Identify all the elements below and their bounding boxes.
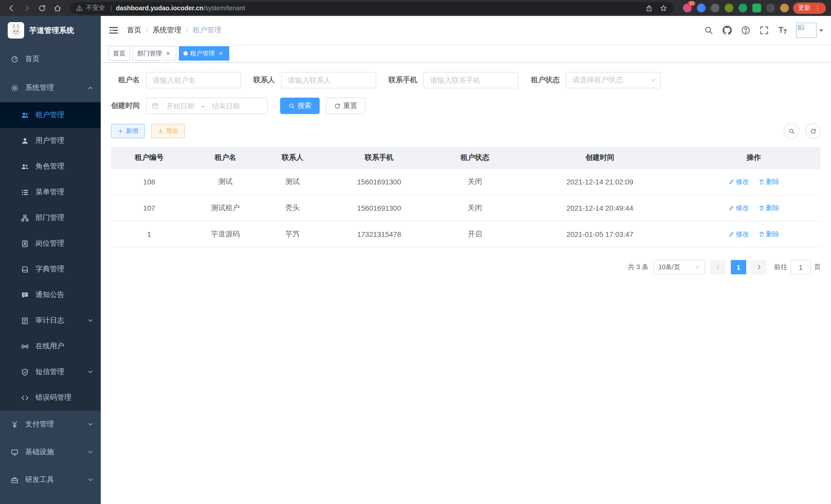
filter-create-time: 创建时间 - (111, 98, 268, 114)
extension-icon-2[interactable] (697, 4, 706, 12)
sidebar-item-tenant[interactable]: 租户管理 (0, 102, 101, 128)
delete-button[interactable]: 删除 (758, 177, 779, 186)
system-submenu: 租户管理 用户管理 角色管理 菜单管理 部门管理 (0, 102, 101, 411)
sidebar-collapse-icon[interactable] (109, 25, 119, 35)
edit-button[interactable]: 修改 (728, 230, 749, 239)
table-search-toggle-button[interactable] (784, 123, 799, 139)
browser-menu-icon[interactable] (814, 4, 821, 11)
sidebar-logo-row[interactable]: 芋道管理系统 (0, 16, 101, 45)
tenant-name-input[interactable] (146, 72, 241, 88)
question-icon[interactable] (737, 26, 755, 35)
user-icon (21, 137, 29, 145)
extension-icon-3[interactable] (711, 4, 719, 12)
search-button[interactable]: 搜索 (280, 98, 320, 114)
extension-icon-4[interactable] (725, 4, 733, 12)
add-button[interactable]: 新增 (111, 124, 145, 138)
sidebar-item-notice[interactable]: 通知公告 (0, 282, 101, 308)
sidebar-item-payment[interactable]: 支付管理 (0, 411, 101, 438)
url-path: /system/tenant (203, 4, 245, 11)
close-icon[interactable] (165, 50, 172, 57)
sidebar-item-system[interactable]: 系统管理 (0, 73, 101, 102)
edit-button[interactable]: 修改 (728, 177, 749, 186)
goto-page-input[interactable] (791, 260, 811, 274)
status-select[interactable]: 请选择租户状态 (566, 72, 661, 88)
reset-button[interactable]: 重置 (326, 98, 365, 114)
bookmark-star-icon[interactable] (656, 1, 671, 14)
sidebar: 芋道管理系统 首页 系统管理 租户管理 用户管理 (0, 16, 101, 504)
contact-mobile-input[interactable] (424, 72, 519, 88)
app-logo (8, 22, 24, 38)
sidebar-item-dict[interactable]: 字典管理 (0, 256, 101, 282)
user-avatar-menu[interactable] (796, 23, 823, 38)
next-page-button[interactable] (751, 260, 767, 274)
breadcrumb: 首页 / 系统管理 / 租户管理 (127, 26, 222, 35)
sidebar-item-dept[interactable]: 部门管理 (0, 205, 101, 231)
browser-forward-button[interactable] (20, 1, 34, 14)
status-text: 关闭 (437, 169, 513, 195)
extension-icon-7[interactable] (766, 4, 775, 12)
export-button[interactable]: 导出 (151, 124, 185, 138)
sidebar-item-devtools[interactable]: 研发工具 (0, 466, 101, 494)
end-date-input[interactable] (206, 102, 246, 110)
browser-home-button[interactable] (50, 1, 65, 14)
table-refresh-button[interactable] (805, 123, 821, 139)
tab-dept[interactable]: 部门管理 (133, 46, 176, 61)
extension-icon-6[interactable] (752, 4, 761, 12)
chevron-up-icon (87, 85, 93, 91)
search-icon[interactable] (699, 26, 718, 35)
url-host: dashboard.yudao.iocoder.cn (116, 4, 203, 11)
col-tenant-id: 租户编号 (111, 147, 187, 169)
page-url: dashboard.yudao.iocoder.cn/system/tenant (116, 4, 245, 11)
sidebar-item-sms[interactable]: 短信管理 (0, 359, 101, 385)
browser-reload-button[interactable] (35, 1, 49, 14)
sidebar-item-online-user[interactable]: 在线用户 (0, 333, 101, 359)
chevron-down-icon (87, 421, 93, 427)
sidebar-item-menu[interactable]: 菜单管理 (0, 179, 101, 205)
start-date-input[interactable] (161, 102, 200, 110)
share-icon[interactable] (642, 1, 656, 14)
filter-row-2: 创建时间 - 搜索 重置 (111, 98, 821, 114)
tab-home[interactable]: 首页 (109, 46, 130, 61)
page-size-select[interactable]: 10条/页 (654, 260, 705, 274)
delete-button[interactable]: 删除 (758, 203, 779, 213)
post-badge-icon (21, 239, 29, 248)
breadcrumb-system[interactable]: 系统管理 (153, 26, 181, 35)
security-label[interactable]: 不安全 (86, 4, 105, 12)
tenant-users-icon (21, 111, 29, 119)
dict-book-icon (21, 265, 29, 273)
browser-back-button[interactable] (4, 1, 19, 14)
sidebar-item-role[interactable]: 角色管理 (0, 154, 101, 179)
col-actions: 操作 (687, 147, 821, 169)
sidebar-item-user[interactable]: 用户管理 (0, 128, 101, 154)
font-size-icon[interactable] (773, 26, 792, 35)
sidebar-item-infra[interactable]: 基础设施 (0, 438, 101, 466)
contact-name-input[interactable] (281, 72, 376, 88)
page-number-1[interactable]: 1 (731, 260, 746, 274)
tab-tenant[interactable]: 租户管理 (179, 46, 229, 61)
delete-button[interactable]: 删除 (758, 230, 779, 239)
active-tab-dot (183, 51, 188, 56)
chrome-update-button[interactable]: 更新 (793, 2, 826, 13)
browser-nav-buttons (4, 1, 65, 14)
fullscreen-icon[interactable] (755, 26, 773, 35)
extension-icon-5[interactable] (739, 4, 747, 12)
sidebar-item-post[interactable]: 岗位管理 (0, 231, 101, 256)
github-icon[interactable] (718, 26, 737, 35)
chevron-down-icon (694, 264, 700, 270)
avatar[interactable] (796, 23, 816, 38)
edit-button[interactable]: 修改 (728, 203, 749, 213)
date-range-picker[interactable]: - (146, 98, 268, 114)
role-users-icon (21, 162, 29, 171)
sidebar-item-home[interactable]: 首页 (0, 45, 101, 73)
sms-shield-icon (21, 368, 29, 376)
prev-page-button[interactable] (710, 260, 726, 274)
dept-tree-icon (21, 214, 29, 222)
browser-profile-avatar[interactable] (780, 4, 789, 12)
address-bar[interactable]: 不安全 dashboard.yudao.iocoder.cn/system/te… (70, 2, 674, 14)
extension-icon-1[interactable]: 10 (683, 4, 692, 12)
sidebar-item-error-code[interactable]: 错误码管理 (0, 385, 101, 411)
sidebar-item-audit-log[interactable]: 审计日志 (0, 308, 101, 333)
table-toolbar: 新增 导出 (111, 123, 821, 139)
close-icon[interactable] (218, 50, 225, 57)
breadcrumb-home[interactable]: 首页 (127, 26, 141, 35)
